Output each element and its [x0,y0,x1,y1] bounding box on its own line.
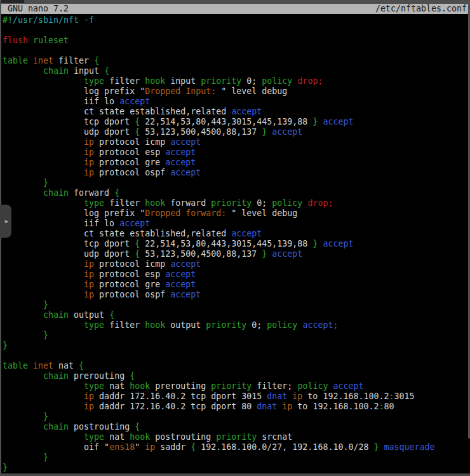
code-segment: input [165,76,201,86]
code-segment: priority [216,432,257,442]
code-segment: } [3,341,8,350]
code-line: tcp dport { 22,514,53,80,443,3015,445,13… [3,117,470,127]
code-segment: forward [69,188,114,198]
code-line: #!/usr/sbin/nft -f [3,15,470,25]
code-segment: } [43,452,48,462]
code-segment [3,391,84,401]
code-segment: 22,514,53,80,443,3015,445,139,88 [140,239,312,248]
code-segment: { [114,188,119,198]
code-segment [3,432,84,442]
code-segment: protocol ospf [94,290,170,299]
code-segment: type [84,432,104,442]
code-line: table inet filter { [3,56,470,66]
code-segment: iif lo [3,219,119,228]
code-segment: filter [53,56,94,65]
code-line: ip protocol gre accept [3,158,470,168]
code-segment: } [3,463,8,472]
code-segment: priority [211,381,252,391]
code-segment: postrouting [69,422,135,432]
code-segment: protocol ospf [94,168,170,177]
code-segment: saddr [155,442,191,452]
code-segment: table [3,56,28,65]
code-segment: dnat [257,402,277,411]
code-line: type filter hook input priority 0; polic… [3,76,470,86]
code-line: ip daddr 172.16.40.2 tcp dport 80 dnat i… [3,402,470,412]
code-segment [3,66,43,76]
code-segment: chain [43,66,69,76]
code-line [3,46,470,56]
code-segment: 53,123,500,4500,88,137 [140,127,262,137]
code-segment: protocol icmp [94,137,170,147]
code-segment: input [69,66,104,76]
code-line: type filter hook output priority 0; poli… [3,320,470,330]
nano-title-bar: GNU nano 7.2 /etc/nftables.conf [0,4,470,14]
code-segment: Dropped Input: [145,86,221,96]
code-segment: accept [333,381,363,391]
code-segment: { [94,56,99,65]
code-line: tcp dport { 22,514,53,80,443,3015,445,13… [3,239,470,249]
code-segment: Dropped forward: [145,208,231,218]
code-line: ip protocol gre accept [3,280,470,290]
code-segment: ct state established,related [3,229,231,238]
control-bar-handle[interactable]: ▶ [0,205,11,238]
code-segment: iif lo [3,97,119,106]
code-segment [3,371,43,381]
code-segment: nat [104,381,130,391]
file-path: /etc/nftables.conf [375,4,467,14]
code-segment: protocol gre [94,280,165,289]
code-segment [3,76,84,86]
code-segment: " level debug [221,86,287,96]
code-segment: accept [119,97,150,106]
code-segment: oif " [3,442,109,452]
code-line: chain forward { [3,188,470,198]
code-segment: 0; [246,320,267,330]
code-segment [3,158,84,167]
code-segment: ip [84,168,94,177]
code-line: } [3,178,470,188]
code-line [3,25,470,36]
editor-buffer[interactable]: #!/usr/sbin/nft -fflush rulesettable ine… [3,15,470,473]
code-segment: protocol gre [94,158,165,167]
code-segment: } [43,412,48,421]
code-segment: priority [211,198,252,208]
code-segment: " [135,442,145,452]
code-segment: 80 [384,402,394,411]
code-segment [28,361,33,371]
code-line: } [3,412,470,422]
code-segment: daddr 172.16.40.2 tcp dport 80 [94,402,257,411]
code-segment: 22,514,53,80,443,3015,445,139,88 [140,117,312,126]
code-segment: accept [170,290,201,299]
code-segment: accept [272,127,302,137]
code-segment: hook [130,432,150,442]
code-segment: daddr 172.16.40.2 tcp dport 3015 [94,391,267,401]
code-segment: ip [84,147,94,157]
code-segment: ip [282,402,292,411]
code-segment [3,269,84,279]
code-segment: hook [145,320,165,330]
code-line [3,351,470,361]
code-segment: 0; [241,76,262,86]
code-segment: { [135,422,140,432]
code-segment: chain [43,371,69,381]
code-segment: protocol icmp [94,259,170,269]
code-segment: type [84,320,104,330]
code-line: log prefix "Dropped forward: " level deb… [3,208,470,219]
code-line: ip protocol esp accept [3,147,470,158]
code-segment: } [43,300,48,309]
code-segment: ruleset [33,36,69,45]
code-segment: accept [165,280,196,289]
code-line: chain prerouting { [3,371,470,381]
code-segment [3,402,84,411]
code-line: oif "ens18" ip saddr { 192.168.100.0/27,… [3,442,470,452]
code-segment: 3015 [394,391,414,401]
code-line: } [3,300,470,310]
code-segment: nat [104,432,130,442]
code-segment [3,320,84,330]
code-segment: drop; [307,198,333,208]
code-segment: accept [272,249,302,259]
code-segment: forward [165,198,211,208]
code-segment: srcnat [257,432,292,442]
code-segment: tcp dport [3,239,135,248]
code-segment: postrouting [150,432,216,442]
code-segment: 53,123,500,4500,88,137 [140,249,262,259]
